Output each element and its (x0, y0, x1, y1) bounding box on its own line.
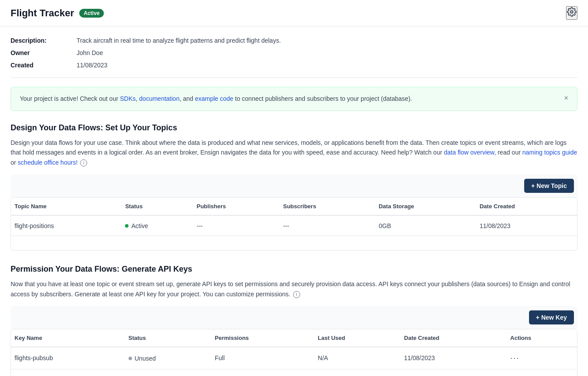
topics-section-title: Design Your Data Flows: Set Up Your Topi… (11, 123, 577, 133)
svg-point-0 (570, 11, 573, 13)
owner-row: Owner John Doe (11, 49, 577, 56)
key-date-created-cell: 11/08/2023 (401, 347, 507, 369)
topics-table-wrapper: Topic Name Status Publishers Subscribers… (11, 197, 577, 251)
created-label: Created (11, 62, 77, 69)
banner-close-button[interactable]: × (559, 94, 568, 102)
col-permissions: Permissions (211, 329, 314, 347)
status-dot-unused (129, 357, 132, 360)
api-section-desc: Now that you have at least one topic or … (11, 279, 577, 299)
data-storage-cell: 0GB (375, 215, 476, 236)
col-last-used: Last Used (314, 329, 401, 347)
api-info-icon: i (293, 291, 300, 298)
topics-table: Topic Name Status Publishers Subscribers… (11, 198, 577, 236)
description-label: Description: (11, 37, 77, 44)
col-topic-name: Topic Name (11, 198, 121, 215)
owner-value: John Doe (77, 49, 103, 56)
col-data-storage: Data Storage (375, 198, 476, 215)
col-date-created-keys: Date Created (401, 329, 507, 347)
publishers-cell: --- (193, 215, 280, 236)
table-row[interactable]: flights-pubsub Unused Full N/A 11/08/202… (11, 347, 577, 369)
topics-section-desc: Design your data flows for your use case… (11, 138, 577, 167)
topic-status-cell: Active (121, 215, 193, 236)
banner-text: Your project is active! Check out our SD… (20, 94, 412, 103)
owner-label: Owner (11, 49, 77, 56)
last-used-cell: N/A (314, 347, 401, 369)
created-row: Created 11/08/2023 (11, 62, 577, 69)
col-key-status: Status (125, 329, 211, 347)
date-created-cell: 11/08/2023 (476, 215, 577, 236)
sdks-link[interactable]: SDKs (120, 95, 136, 102)
status-badge: Active (79, 9, 104, 18)
header-left: Flight Tracker Active (11, 7, 104, 19)
col-actions: Actions (507, 329, 577, 347)
meta-section: Description: Track aircraft in real time… (11, 37, 577, 69)
key-status-cell: Unused (125, 347, 211, 369)
unused-label: Unused (135, 355, 156, 362)
permissions-cell: Full (211, 347, 314, 369)
col-topic-status: Status (121, 198, 193, 215)
table-row[interactable]: flight-positions Active --- --- 0GB 11/0… (11, 215, 577, 236)
example-code-link[interactable]: example code (195, 95, 233, 102)
actions-cell[interactable]: ··· (507, 347, 577, 369)
settings-button[interactable] (566, 6, 577, 20)
topics-info-icon: i (80, 159, 87, 166)
api-section-title: Permission Your Data Flows: Generate API… (11, 265, 577, 274)
documentation-link[interactable]: documentation (139, 95, 180, 102)
api-section: Permission Your Data Flows: Generate API… (11, 265, 577, 376)
new-key-button[interactable]: + New Key (529, 310, 574, 324)
col-key-name: Key Name (11, 329, 125, 347)
data-flow-overview-link[interactable]: data flow overview, (444, 149, 496, 156)
col-publishers: Publishers (193, 198, 280, 215)
status-dot-active (125, 224, 129, 228)
api-table-wrapper: Key Name Status Permissions Last Used Da… (11, 329, 577, 376)
description-row: Description: Track aircraft in real time… (11, 37, 577, 44)
subscribers-cell: --- (279, 215, 375, 236)
schedule-office-hours-link[interactable]: schedule office hours! (18, 159, 77, 166)
description-value: Track aircraft in real time to analyze f… (77, 37, 281, 44)
col-subscribers: Subscribers (279, 198, 375, 215)
status-label: Active (131, 222, 148, 229)
new-topic-button[interactable]: + New Topic (524, 179, 574, 193)
created-value: 11/08/2023 (77, 62, 107, 69)
topics-toolbar: + New Topic (11, 174, 577, 197)
info-banner: Your project is active! Check out our SD… (11, 87, 577, 111)
api-keys-table: Key Name Status Permissions Last Used Da… (11, 329, 577, 369)
divider-1 (11, 77, 577, 78)
key-name-cell: flights-pubsub (11, 347, 125, 369)
naming-topics-guide-link[interactable]: naming topics guide (522, 149, 577, 156)
actions-menu-button[interactable]: ··· (510, 354, 519, 362)
api-table-header-row: Key Name Status Permissions Last Used Da… (11, 329, 577, 347)
main-content: Description: Track aircraft in real time… (0, 26, 588, 376)
topic-name-cell: flight-positions (11, 215, 121, 236)
col-date-created-topics: Date Created (476, 198, 577, 215)
topics-section: Design Your Data Flows: Set Up Your Topi… (11, 123, 577, 251)
page-header: Flight Tracker Active (0, 0, 588, 26)
api-toolbar: + New Key (11, 306, 577, 329)
page-title: Flight Tracker (11, 7, 74, 19)
topics-table-header-row: Topic Name Status Publishers Subscribers… (11, 198, 577, 215)
